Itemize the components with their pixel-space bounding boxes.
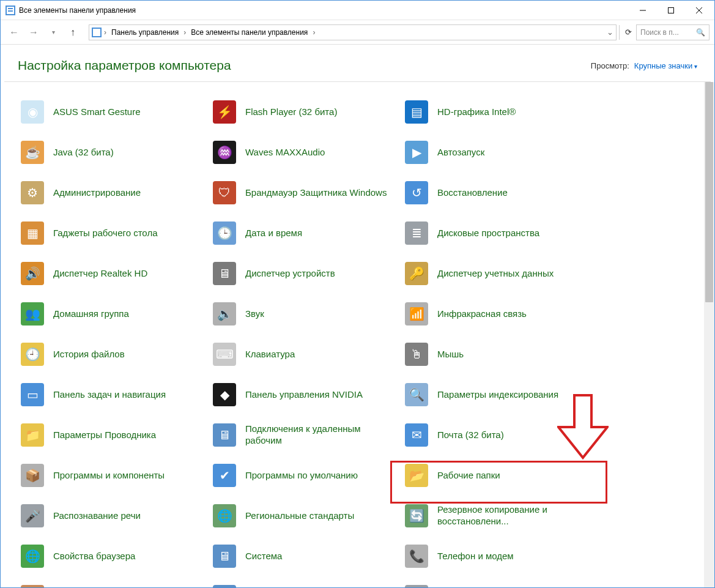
view-label: Просмотр: — [591, 61, 629, 70]
mail-icon: ✉ — [404, 423, 429, 447]
control-panel-item[interactable]: 🖥Диспетчер устройств — [210, 253, 399, 294]
view-dropdown[interactable]: Крупные значки — [634, 61, 697, 70]
item-label: Брандмауэр Защитника Windows — [245, 187, 387, 199]
control-panel-item[interactable]: ◆Панель управления NVIDIA — [210, 374, 399, 415]
control-panel-item[interactable]: 🔊Диспетчер Realtek HD — [18, 253, 207, 294]
chevron-right-icon[interactable]: › — [311, 28, 316, 37]
control-panel-item[interactable]: 👥Домашняя группа — [18, 294, 207, 334]
item-label: Администрирование — [53, 187, 141, 199]
item-label: Резервное копирование и восстановлени... — [437, 504, 584, 527]
item-label: Дата и время — [245, 228, 302, 239]
taskbar-icon: ▭ — [20, 382, 45, 407]
internet-options-icon: 🌐 — [20, 544, 45, 568]
control-panel-item[interactable]: 🖥Подключения к удаленным рабочим — [210, 415, 399, 455]
control-panel-item[interactable]: 🕘История файлов — [18, 334, 207, 374]
region-icon: 🌐 — [212, 504, 237, 528]
intel-icon: ▤ — [404, 100, 429, 124]
nav-row: ← → ▾ ↑ › Панель управления › Все элемен… — [1, 20, 714, 45]
maximize-button[interactable] — [657, 1, 685, 20]
nav-back-button[interactable]: ← — [6, 24, 23, 41]
control-panel-item[interactable]: ☕Java (32 бита) — [18, 132, 207, 173]
homegroup-icon: 👥 — [20, 302, 45, 326]
control-panel-item[interactable]: 🕒Дата и время — [210, 213, 399, 253]
window-title: Все элементы панели управления — [19, 6, 629, 15]
search-placeholder: Поиск в п... — [640, 28, 679, 37]
control-panel-item[interactable]: 📦Программы и компоненты — [18, 455, 207, 496]
control-panel-item[interactable]: 🌐Свойства браузера — [18, 536, 207, 576]
explorer-options-icon: 📁 — [20, 423, 45, 447]
nav-forward-button[interactable]: → — [25, 24, 42, 41]
control-panel-item[interactable]: 🎤Распознавание речи — [18, 496, 207, 536]
control-panel-item[interactable]: ≣Дисковые пространства — [402, 213, 591, 253]
storage-spaces-icon: ≣ — [404, 221, 429, 245]
nav-recent-button[interactable]: ▾ — [45, 24, 62, 41]
control-panel-item[interactable]: ⌨Клавиатура — [210, 334, 399, 374]
svg-rect-5 — [669, 7, 674, 13]
control-panel-item[interactable]: 🔧Устранение неполадок — [210, 576, 399, 587]
titlebar: Все элементы панели управления — [1, 1, 714, 20]
control-panel-item[interactable]: 🛡Брандмауэр Защитника Windows — [210, 173, 399, 213]
control-panel-item[interactable]: ▶Автозапуск — [402, 132, 591, 173]
vertical-scrollbar[interactable] — [704, 82, 714, 587]
item-label: Восстановление — [437, 187, 508, 199]
item-label: Распознавание речи — [53, 510, 141, 522]
highlight-box-annotation — [390, 461, 607, 504]
color-management-icon: 🎨 — [20, 584, 45, 587]
control-panel-item[interactable]: 🖱Мышь — [402, 334, 591, 374]
control-panel-item[interactable]: ✔Программы по умолчанию — [210, 455, 399, 496]
java-icon: ☕ — [20, 140, 45, 165]
address-dropdown-button[interactable]: ⌄ — [607, 28, 613, 37]
scrollbar-thumb[interactable] — [705, 82, 713, 302]
gadgets-icon: ▦ — [20, 221, 45, 245]
item-label: Диспетчер учетных данных — [437, 268, 554, 280]
mouse-icon: 🖱 — [404, 342, 429, 367]
control-panel-item[interactable]: 📶Инфракрасная связь — [402, 294, 591, 334]
infrared-icon: 📶 — [404, 302, 429, 326]
file-history-icon: 🕘 — [20, 342, 45, 367]
waves-icon: ♒ — [212, 140, 237, 165]
item-label: HD-графика Intel® — [437, 106, 516, 118]
control-panel-item[interactable]: 🔈Звук — [210, 294, 399, 334]
chevron-right-icon[interactable]: › — [103, 28, 108, 37]
item-label: Диспетчер Realtek HD — [53, 268, 147, 280]
control-panel-item[interactable]: 📁Параметры Проводника — [18, 415, 207, 455]
control-panel-item[interactable]: 🖥Система — [210, 536, 399, 576]
control-panel-item[interactable]: ⚙Администрирование — [18, 173, 207, 213]
item-label: Система — [245, 551, 282, 562]
control-panel-item[interactable]: ◉ASUS Smart Gesture — [18, 92, 207, 132]
control-panel-item[interactable]: ▤HD-графика Intel® — [402, 92, 591, 132]
control-panel-item[interactable]: ↺Восстановление — [402, 173, 591, 213]
search-icon: 🔍 — [696, 28, 705, 37]
control-panel-item[interactable]: ▭Панель задач и навигация — [18, 374, 207, 415]
control-panel-item[interactable]: 📞Телефон и модем — [402, 536, 591, 576]
breadcrumb-item[interactable]: Панель управления — [109, 27, 181, 38]
close-button[interactable] — [685, 1, 713, 20]
firewall-icon: 🛡 — [212, 180, 237, 205]
svg-rect-3 — [8, 10, 13, 12]
item-label: Региональные стандарты — [245, 510, 354, 522]
nav-up-button[interactable]: ↑ — [64, 24, 81, 41]
page-title: Настройка параметров компьютера — [18, 58, 231, 73]
control-panel-item[interactable]: 🔑Диспетчер учетных данных — [402, 253, 591, 294]
content-area: ◉ASUS Smart Gesture⚡Flash Player (32 бит… — [1, 82, 714, 587]
control-panel-item[interactable]: ⚡Flash Player (32 бита) — [210, 92, 399, 132]
search-input[interactable]: Поиск в п... 🔍 — [636, 24, 709, 40]
item-label: Автозапуск — [437, 147, 484, 158]
item-label: Домашняя группа — [53, 308, 129, 320]
minimize-button[interactable] — [629, 1, 657, 20]
item-label: Java (32 бита) — [53, 147, 114, 158]
control-panel-item[interactable]: 🎨Управление цветом — [18, 576, 207, 587]
control-panel-icon — [92, 28, 102, 37]
devices-printers-icon: 🖨 — [404, 584, 429, 587]
address-bar[interactable]: › Панель управления › Все элементы панел… — [89, 24, 617, 40]
chevron-right-icon[interactable]: › — [182, 28, 187, 37]
programs-features-icon: 📦 — [20, 463, 45, 488]
refresh-button[interactable]: ⟳ — [619, 25, 634, 40]
item-label: Waves MAXXAudio — [245, 147, 325, 158]
control-panel-item[interactable]: 🖨Устройства и принтеры — [402, 576, 591, 587]
control-panel-item[interactable]: ▦Гаджеты рабочего стола — [18, 213, 207, 253]
control-panel-item[interactable]: ♒Waves MAXXAudio — [210, 132, 399, 173]
breadcrumb-item[interactable]: Все элементы панели управления — [188, 27, 310, 38]
control-panel-item[interactable]: 🌐Региональные стандарты — [210, 496, 399, 536]
autoplay-icon: ▶ — [404, 140, 429, 165]
